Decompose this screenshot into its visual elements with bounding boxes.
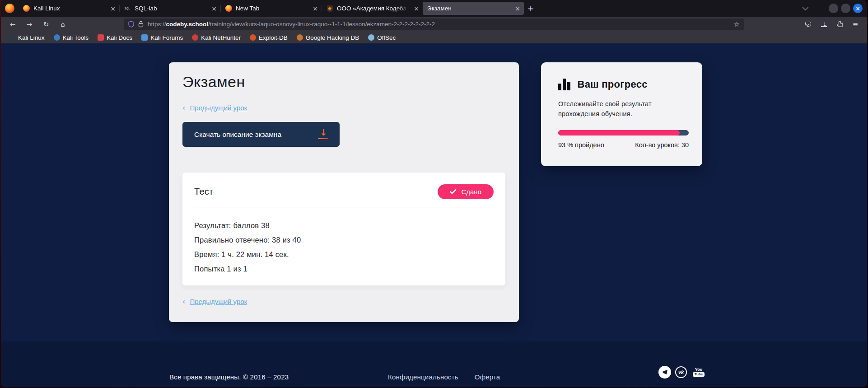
progress-percent-label: 93 % пройдено	[558, 141, 604, 149]
result-time-line: Время: 1 ч. 22 мин. 14 сек.	[194, 247, 494, 262]
sql-favicon: SQL	[124, 5, 131, 12]
offer-link[interactable]: Оферта	[475, 373, 500, 381]
close-tab-icon[interactable]: ×	[414, 5, 419, 12]
bookmark-star-icon[interactable]: ☆	[734, 20, 740, 28]
tab-title: Экзамен	[427, 5, 512, 12]
bookmark-kali-forums[interactable]: Kali Forums	[138, 33, 187, 42]
vk-icon[interactable]: vk	[675, 366, 687, 378]
page-footer: Все права защищены. © 2016 – 2023 Конфид…	[1, 341, 867, 387]
bookmark-label: Kali Linux	[18, 34, 45, 41]
bookmark-kali-linux[interactable]: Kali Linux	[5, 33, 48, 42]
window-controls: ×	[829, 4, 867, 13]
divider	[194, 207, 494, 207]
bookmarks-bar: Kali Linux Kali Tools Kali Docs Kali For…	[1, 32, 867, 43]
tab-title: Kali Linux	[33, 5, 107, 12]
extensions-puzzle-icon[interactable]	[833, 19, 846, 30]
close-tab-icon[interactable]: ×	[515, 5, 520, 12]
bookmark-label: Kali Docs	[107, 34, 132, 41]
privacy-link[interactable]: Конфиденциальность	[388, 373, 458, 381]
previous-lesson-label[interactable]: Предыдущий урок	[190, 298, 247, 305]
youtube-icon[interactable]: You Tube	[691, 366, 706, 379]
social-links: vk You Tube	[658, 366, 706, 379]
home-button[interactable]: ⌂	[56, 19, 69, 30]
toolbar-buttons: ↓ ≡	[802, 17, 862, 32]
new-tab-button[interactable]: +	[524, 2, 537, 15]
check-icon	[450, 189, 456, 194]
url-domain: codeby.school	[166, 21, 209, 28]
list-all-tabs-button[interactable]	[799, 2, 812, 15]
close-tab-icon[interactable]: ×	[211, 5, 217, 12]
bookmark-offsec[interactable]: OffSec	[364, 33, 399, 42]
tab-title: ООО «Академия Кодеба	[337, 5, 411, 12]
tracking-protection-shield-icon[interactable]	[128, 21, 134, 28]
kali-linux-favicon	[9, 34, 15, 41]
previous-lesson-link-bottom[interactable]: ‹ Предыдущий урок	[182, 297, 247, 306]
progress-description: Отслеживайте свой результат прохождения …	[558, 99, 671, 119]
navigation-bar: ← → ↻ ⌂ https://codeby.school/training/v…	[1, 17, 867, 32]
bookmark-label: Kali NetHunter	[201, 34, 241, 41]
download-exam-description-button[interactable]: Скачать описание экзамна ↓	[182, 122, 340, 147]
lessons-count-label: Кол-во уроков: 30	[635, 141, 689, 149]
url-bar[interactable]: https://codeby.school/training/view/kurs…	[124, 19, 744, 30]
result-correct-line: Правильно отвечено: 38 из 40	[194, 233, 494, 247]
offsec-favicon	[368, 34, 374, 41]
progress-bar-track	[558, 130, 689, 136]
bookmark-kali-tools[interactable]: Kali Tools	[50, 33, 93, 42]
chevron-left-icon: ‹	[182, 103, 185, 112]
kali-nethunter-favicon	[192, 34, 198, 41]
tab-sql-lab[interactable]: SQL SQL-lab ×	[119, 2, 220, 15]
bookmark-google-hacking-db[interactable]: Google Hacking DB	[293, 33, 363, 42]
bookmark-kali-nethunter[interactable]: Kali NetHunter	[188, 33, 244, 42]
google-hacking-db-favicon	[297, 34, 303, 41]
bookmark-label: Google Hacking DB	[306, 34, 359, 41]
tab-title: SQL-lab	[135, 5, 209, 12]
kali-tools-favicon	[54, 34, 60, 41]
downloads-icon[interactable]: ↓	[817, 19, 830, 30]
bookmark-kali-docs[interactable]: Kali Docs	[94, 33, 136, 42]
back-button[interactable]: ←	[6, 19, 19, 30]
url-text: https://codeby.school/training/view/kurs…	[148, 21, 730, 28]
firefox-icon	[225, 5, 232, 12]
close-tab-icon[interactable]: ×	[313, 5, 318, 12]
lesson-card: Экзамен ‹ Предыдущий урок Скачать описан…	[169, 62, 519, 322]
maximize-button[interactable]	[841, 4, 850, 13]
tab-new-tab[interactable]: New Tab ×	[220, 2, 322, 15]
forward-button[interactable]: →	[23, 19, 36, 30]
bar-chart-icon	[558, 79, 570, 90]
bookmark-label: Exploit-DB	[259, 34, 288, 41]
passed-badge-label: Сдано	[461, 188, 481, 196]
firefox-icon	[5, 4, 14, 13]
chevron-down-icon	[803, 5, 808, 10]
footer-links: Конфиденциальность Оферта	[388, 373, 500, 381]
telegram-icon[interactable]	[658, 366, 671, 379]
bookmark-label: Kali Tools	[63, 34, 89, 41]
close-window-button[interactable]: ×	[853, 4, 863, 13]
result-score-line: Результат: баллов 38	[194, 218, 494, 233]
reload-button[interactable]: ↻	[40, 19, 52, 30]
page-viewport: Экзамен ‹ Предыдущий урок Скачать описан…	[1, 43, 867, 387]
pocket-icon[interactable]	[802, 19, 814, 30]
bookmark-exploit-db[interactable]: Exploit-DB	[246, 33, 291, 42]
test-results: Результат: баллов 38 Правильно отвечено:…	[194, 218, 494, 276]
nav-buttons: ← → ↻ ⌂	[6, 17, 69, 32]
tab-akademiya-codeby[interactable]: ООО «Академия Кодеба ×	[322, 2, 423, 15]
previous-lesson-link-top[interactable]: ‹ Предыдущий урок	[182, 103, 505, 112]
passed-badge: Сдано	[438, 184, 494, 199]
kali-docs-favicon	[98, 34, 104, 41]
tab-kali-linux[interactable]: Kali Linux ×	[18, 2, 119, 15]
codeby-shield-icon	[326, 5, 333, 12]
progress-title: Ваш прогресс	[578, 79, 648, 90]
firefox-logo	[1, 4, 18, 13]
exploit-db-favicon	[250, 34, 256, 41]
progress-card: Ваш прогресс Отслеживайте свой результат…	[541, 62, 702, 166]
test-title: Тест	[194, 187, 214, 197]
menu-hamburger-icon[interactable]: ≡	[849, 19, 862, 30]
previous-lesson-label[interactable]: Предыдущий урок	[190, 104, 247, 112]
minimize-button[interactable]	[829, 4, 838, 13]
tab-ekzamen-active[interactable]: Экзамен ×	[423, 2, 524, 15]
lock-icon[interactable]	[138, 21, 144, 28]
firefox-icon	[23, 5, 30, 12]
tab-bar: Kali Linux × SQL SQL-lab × New Tab × ООО…	[1, 0, 867, 17]
close-tab-icon[interactable]: ×	[110, 5, 116, 12]
page-title: Экзамен	[182, 73, 505, 91]
